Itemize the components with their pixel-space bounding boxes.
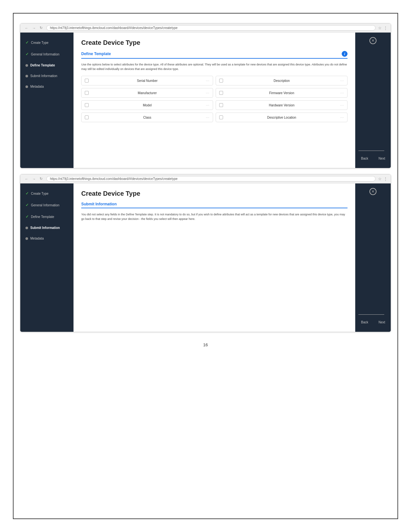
check-icon-1: ✓ [25,40,29,45]
back-nav-button-2[interactable]: ← [24,176,30,182]
description-1: Use the options below to select attribut… [81,63,347,71]
sidebar-label-define-2: Define Template [31,215,54,219]
browser-bar-1: ← → ↻ https://nt79j3.internetofthings.ib… [20,24,391,33]
attr-dots-hardware[interactable]: ··· [340,103,344,107]
sidebar-item-general-2[interactable]: ✓ General Information [24,202,70,209]
menu-icon-2[interactable]: ⋮ [384,177,387,181]
page-number: 16 [203,342,208,347]
attr-dots-location[interactable]: ··· [340,116,344,119]
attr-card-class: Class ··· [81,113,213,122]
attr-label-manufacturer: Manufacturer [91,91,203,95]
dot-icon-2 [25,75,28,77]
back-button-1[interactable]: Back [358,155,371,162]
back-nav-button-1[interactable]: ← [24,25,30,31]
attr-label-location: Descriptive Location [226,116,338,119]
check-icon-5: ✓ [25,214,29,219]
browser-content-1: ✓ Create Type ✓ General Information Defi… [20,33,391,168]
attr-checkbox-hardware[interactable] [219,103,223,107]
attr-checkbox-class[interactable] [85,115,89,119]
sidebar-item-metadata-1[interactable]: Metadata [24,84,70,90]
attr-checkbox-description[interactable] [219,79,223,83]
next-button-1[interactable]: Next [376,155,388,162]
sidebar-label-general-1: General Information [31,53,59,56]
bottom-nav-2: Back Next [358,316,387,325]
sidebar-2: ✓ Create Type ✓ General Information ✓ De… [20,183,73,332]
nav-buttons-1: ← → ↻ [24,25,44,31]
attr-dots-firmware[interactable]: ··· [340,91,344,95]
star-icon-1[interactable]: ☆ [378,26,382,30]
sidebar-item-general-1[interactable]: ✓ General Information [24,51,70,58]
sidebar-label-submit-2: Submit Information [30,226,60,230]
reload-button-2[interactable]: ↻ [38,176,44,182]
browser-content-2: ✓ Create Type ✓ General Information ✓ De… [20,183,391,332]
sidebar-label-submit-1: Submit Information [30,74,57,78]
forward-nav-button-2[interactable]: → [31,176,37,182]
sidebar-1: ✓ Create Type ✓ General Information Defi… [20,33,73,168]
attr-checkbox-firmware[interactable] [219,91,223,95]
browser-screenshot-2: ← → ↻ https://nt79j3.internetofthings.ib… [20,174,391,332]
sidebar-item-metadata-2[interactable]: Metadata [24,235,70,241]
attr-dots-class[interactable]: ··· [206,116,210,119]
sidebar-item-submit-1[interactable]: Submit Information [24,73,70,79]
divider-2 [81,208,347,208]
sidebar-item-submit-2[interactable]: Submit Information [24,225,70,231]
page-title-1: Create Device Type [81,39,347,46]
attr-card-location: Descriptive Location ··· [216,113,347,122]
attr-label-hardware: Hardware Version [226,103,338,107]
section-label-2: Submit Information [81,202,117,206]
sidebar-item-define-1[interactable]: Define Template [24,62,70,68]
forward-nav-button-1[interactable]: → [31,25,37,31]
bottom-nav-1: Back Next [358,152,387,162]
section-label-1: Define Template [81,52,111,56]
sidebar-label-create-type-1: Create Type [31,41,48,44]
sidebar-label-create-type-2: Create Type [31,192,48,195]
attr-card-manufacturer: Manufacturer ··· [81,88,213,98]
attr-checkbox-serial[interactable] [85,79,89,83]
attr-card-serial: Serial Number ··· [81,76,213,85]
attr-card-model: Model ··· [81,100,213,110]
check-icon-4: ✓ [25,203,29,207]
attributes-grid-1: Serial Number ··· Description ··· Manufa… [81,76,347,122]
sidebar-item-define-2[interactable]: ✓ Define Template [24,213,70,220]
back-button-2[interactable]: Back [358,319,371,325]
attr-dots-manufacturer[interactable]: ··· [206,91,210,95]
attr-checkbox-model[interactable] [85,103,89,107]
section-header-2: Submit Information [81,202,347,206]
sidebar-label-metadata-1: Metadata [30,85,44,88]
close-button-1[interactable]: ✕ [369,37,377,44]
attr-dots-model[interactable]: ··· [206,103,210,107]
attr-label-model: Model [91,103,203,107]
sidebar-item-create-type-1[interactable]: ✓ Create Type [24,39,70,46]
dot-icon-5 [25,237,28,240]
dot-icon-4 [25,227,28,229]
main-content-1: Create Device Type Define Template i Use… [73,33,355,168]
browser-bar-2: ← → ↻ https://nt79j3.internetofthings.ib… [20,174,391,183]
attr-card-description: Description ··· [216,76,347,85]
attr-dots-description[interactable]: ··· [340,79,344,83]
info-icon-1: i [342,51,347,57]
browser-icons-2: ☆ ⋮ [378,177,387,181]
dot-icon-3 [25,85,28,88]
close-button-2[interactable]: ✕ [369,188,377,195]
divider-1 [81,58,347,59]
menu-icon-1[interactable]: ⋮ [384,26,387,30]
main-content-2: Create Device Type Submit Information Yo… [73,183,355,332]
star-icon-2[interactable]: ☆ [378,177,382,181]
attr-label-description: Description [226,79,338,83]
nav-divider-2 [358,314,384,315]
reload-button-1[interactable]: ↻ [38,25,44,31]
section-header-1: Define Template i [81,51,347,57]
description-2: You did not select any fields in the Def… [81,212,347,222]
url-bar-1[interactable]: https://nt79j3.internetofthings.ibmcloud… [46,25,376,31]
attr-dots-serial[interactable]: ··· [206,79,210,83]
nav-divider-1 [358,151,384,151]
attr-checkbox-manufacturer[interactable] [85,91,89,95]
next-button-2[interactable]: Next [376,319,388,325]
url-bar-2[interactable]: https://nt79j3.internetofthings.ibmcloud… [46,176,376,182]
attr-checkbox-location[interactable] [219,115,223,119]
attr-label-firmware: Firmware Version [226,91,338,95]
browser-icons-1: ☆ ⋮ [378,26,387,30]
attr-label-class: Class [91,116,203,119]
sidebar-item-create-type-2[interactable]: ✓ Create Type [24,190,70,197]
check-icon-3: ✓ [25,191,29,196]
